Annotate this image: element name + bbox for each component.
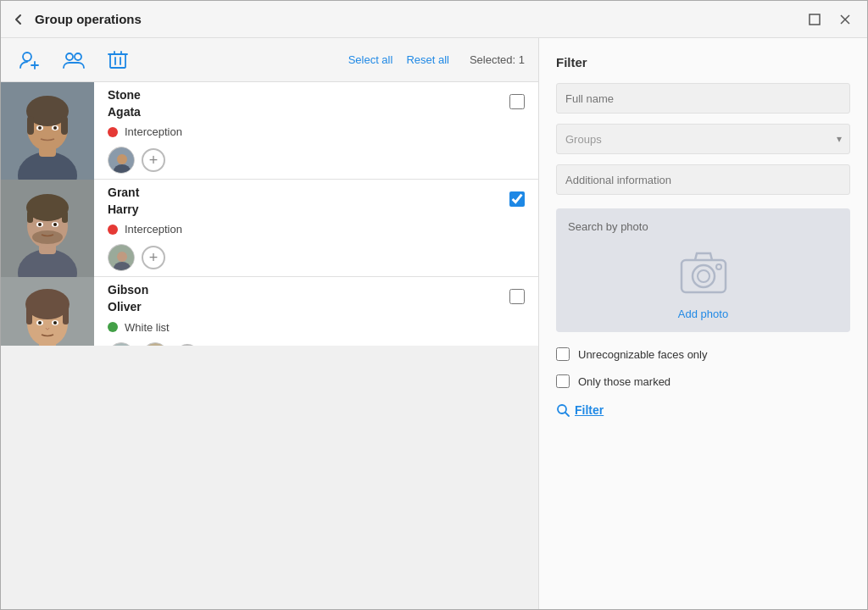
reset-all-button[interactable]: Reset all bbox=[406, 53, 449, 66]
person-thumbs: + bbox=[108, 244, 525, 271]
unrecognizable-row: Unrecognizable faces only bbox=[556, 347, 850, 361]
person-row: GibsonOliver White list bbox=[1, 277, 538, 346]
svg-rect-20 bbox=[61, 116, 68, 135]
person-row: StoneAgata Interception bbox=[1, 82, 538, 180]
list-toolbar: Select all Reset all Selected: 1 bbox=[1, 38, 538, 82]
svg-point-3 bbox=[23, 53, 31, 61]
person-list: StoneAgata Interception bbox=[1, 82, 538, 346]
selected-count: Selected: 1 bbox=[470, 53, 525, 66]
person-thumbs: + bbox=[108, 147, 525, 174]
groups-select[interactable]: Groups bbox=[556, 124, 850, 154]
person-info: StoneAgata Interception bbox=[94, 82, 538, 182]
additional-input[interactable] bbox=[556, 164, 850, 195]
svg-point-62 bbox=[693, 265, 715, 287]
window-title: Group operations bbox=[35, 12, 794, 26]
window-controls bbox=[803, 8, 857, 31]
status-dot-red bbox=[108, 127, 118, 137]
status-dot-red bbox=[108, 225, 118, 235]
marked-checkbox[interactable] bbox=[556, 374, 570, 388]
thumb-avatar bbox=[108, 342, 135, 346]
svg-point-53 bbox=[38, 321, 42, 324]
svg-point-64 bbox=[716, 264, 721, 269]
close-button[interactable] bbox=[833, 8, 857, 31]
svg-rect-0 bbox=[810, 14, 820, 25]
svg-rect-50 bbox=[26, 304, 69, 314]
add-thumb-button[interactable]: + bbox=[142, 148, 165, 172]
svg-point-39 bbox=[53, 223, 57, 226]
group-button[interactable] bbox=[58, 45, 89, 75]
svg-point-38 bbox=[38, 223, 42, 226]
svg-point-6 bbox=[66, 53, 73, 60]
select-all-button[interactable]: Select all bbox=[348, 53, 393, 66]
delete-button[interactable] bbox=[103, 45, 133, 75]
person-status: Interception bbox=[108, 125, 525, 138]
svg-point-58 bbox=[142, 343, 169, 346]
person-row: GrantHarry Interception bbox=[1, 180, 538, 277]
add-photo-link[interactable]: Add photo bbox=[678, 308, 728, 320]
main-window: Group operations bbox=[0, 0, 868, 610]
add-person-button[interactable] bbox=[14, 45, 45, 75]
back-button[interactable] bbox=[11, 12, 26, 27]
person-status: Interception bbox=[108, 223, 525, 236]
empty-area bbox=[1, 346, 538, 609]
status-label: Interception bbox=[125, 223, 182, 236]
status-label: White list bbox=[125, 321, 170, 334]
camera-icon bbox=[676, 245, 731, 299]
person-status: White list bbox=[108, 321, 525, 334]
thumb-avatar bbox=[142, 342, 169, 346]
unrecognizable-checkbox[interactable] bbox=[556, 347, 570, 361]
marked-label: Only those marked bbox=[578, 375, 670, 388]
add-thumb-button[interactable]: + bbox=[175, 344, 199, 346]
svg-point-41 bbox=[117, 252, 127, 262]
svg-rect-8 bbox=[110, 54, 125, 68]
search-icon bbox=[556, 403, 570, 417]
person-thumbs: + bbox=[108, 342, 525, 346]
svg-line-66 bbox=[565, 413, 569, 416]
svg-point-63 bbox=[698, 270, 709, 282]
titlebar: Group operations bbox=[1, 1, 867, 38]
photo-search-label: Search by photo bbox=[568, 220, 648, 233]
groups-wrapper: Groups ▾ bbox=[556, 124, 850, 154]
person-info: GibsonOliver White list bbox=[94, 274, 538, 346]
person-checkbox[interactable] bbox=[509, 191, 525, 207]
person-name: StoneAgata bbox=[108, 87, 525, 120]
svg-point-24 bbox=[53, 126, 57, 130]
svg-point-23 bbox=[38, 126, 42, 130]
main-content: Select all Reset all Selected: 1 bbox=[1, 38, 867, 609]
svg-point-54 bbox=[53, 321, 57, 324]
add-thumb-button[interactable]: + bbox=[142, 246, 165, 269]
fullname-input[interactable] bbox=[556, 83, 850, 114]
svg-rect-34 bbox=[62, 211, 68, 223]
thumb-avatar bbox=[108, 244, 135, 271]
svg-point-35 bbox=[32, 230, 63, 244]
status-label: Interception bbox=[125, 125, 182, 138]
filter-title: Filter bbox=[556, 55, 850, 69]
person-checkbox[interactable] bbox=[509, 289, 525, 304]
svg-point-55 bbox=[108, 343, 135, 346]
person-name: GibsonOliver bbox=[108, 282, 525, 315]
filter-panel: Filter Groups ▾ Search by photo bbox=[539, 38, 867, 609]
filter-button[interactable]: Filter bbox=[575, 403, 604, 417]
thumb-avatar bbox=[108, 147, 135, 174]
svg-point-7 bbox=[75, 53, 81, 60]
person-name: GrantHarry bbox=[108, 185, 525, 218]
svg-point-26 bbox=[117, 154, 127, 164]
marked-row: Only those marked bbox=[556, 374, 850, 388]
svg-rect-33 bbox=[27, 211, 33, 223]
avatar bbox=[1, 82, 94, 180]
photo-search-box: Search by photo Add photo bbox=[556, 208, 850, 332]
filter-btn-row: Filter bbox=[556, 403, 850, 417]
status-dot-green bbox=[108, 322, 118, 332]
person-checkbox[interactable] bbox=[509, 94, 525, 109]
avatar bbox=[1, 180, 94, 277]
unrecognizable-label: Unrecognizable faces only bbox=[578, 348, 707, 361]
avatar bbox=[1, 277, 94, 346]
svg-rect-19 bbox=[27, 116, 34, 135]
left-panel: Select all Reset all Selected: 1 bbox=[1, 38, 539, 609]
maximize-button[interactable] bbox=[803, 8, 826, 31]
person-info: GrantHarry Interception bbox=[94, 176, 538, 280]
